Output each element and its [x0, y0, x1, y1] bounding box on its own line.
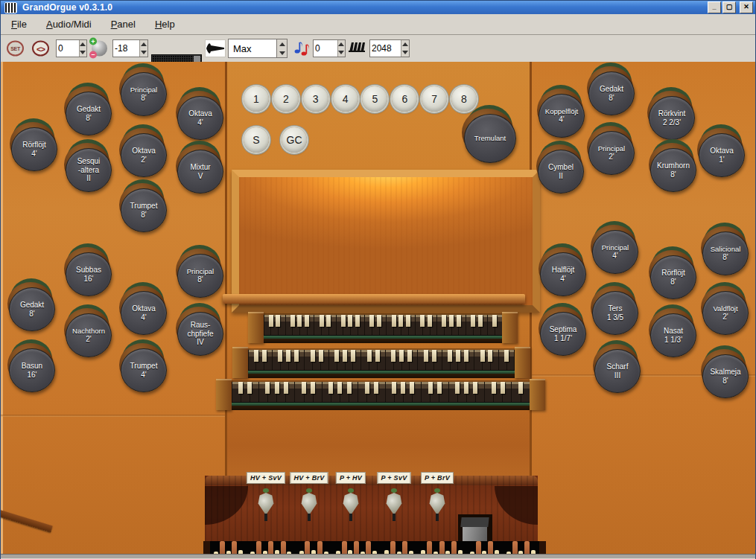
manual-sharp-key[interactable]	[407, 350, 412, 362]
manual-sharp-key[interactable]	[478, 315, 483, 327]
piston-7[interactable]: 7	[422, 86, 447, 112]
manual-sharp-key[interactable]	[492, 382, 496, 394]
manual-sharp-key[interactable]	[351, 350, 355, 362]
manual-sharp-key[interactable]	[442, 315, 446, 327]
manual-sharp-key[interactable]	[275, 382, 279, 394]
piston-3[interactable]: 3	[303, 86, 328, 112]
manual-sharp-key[interactable]	[398, 315, 403, 327]
stop-knob-principal-8[interactable]: Principal8'	[119, 70, 168, 118]
stop-knob-principal-4[interactable]: Principal4'	[591, 228, 640, 275]
manual-sharp-key[interactable]	[449, 315, 454, 327]
stop-knob-rauschpfiefe[interactable]: Raus-chpfiefeIV	[176, 310, 225, 357]
manual-sharp-key[interactable]	[290, 315, 295, 327]
pedal-sharp-key[interactable]	[402, 541, 407, 554]
stop-knob-nasat[interactable]: Nasat1 1/3'	[649, 311, 698, 359]
manual-sharp-key[interactable]	[278, 350, 282, 362]
transpose-icon[interactable]: <>	[32, 41, 49, 57]
manual-sharp-key[interactable]	[391, 350, 396, 362]
manual-sharp-key[interactable]	[471, 315, 475, 327]
manual-sharp-key[interactable]	[448, 350, 452, 362]
manual-sharp-key[interactable]	[254, 350, 258, 362]
manual-sharp-key[interactable]	[347, 382, 352, 394]
stop-knob-trumpet-8[interactable]: Trumpet8'	[119, 186, 168, 234]
transpose-spinner[interactable]	[313, 39, 346, 57]
audio-mode-combo[interactable]: Max	[228, 39, 288, 58]
manual-sharp-key[interactable]	[424, 350, 428, 362]
manual-sharp-key[interactable]	[375, 350, 380, 362]
manual-sharp-key[interactable]	[247, 382, 252, 394]
memory-input[interactable]	[57, 40, 79, 57]
manual-sharp-key[interactable]	[319, 350, 323, 362]
manual-sharp-key[interactable]	[320, 315, 324, 327]
manual-sharp-key[interactable]	[302, 382, 306, 394]
stop-knob-cymbel-ii[interactable]: CymbelII	[536, 147, 585, 195]
manual-sharp-key[interactable]	[457, 315, 461, 327]
manual-sharp-key[interactable]	[501, 382, 505, 394]
manual-sharp-key[interactable]	[367, 350, 372, 362]
manual-sharp-key[interactable]	[464, 382, 468, 394]
transpose-input[interactable]	[314, 40, 337, 57]
pedal-sharp-key[interactable]	[354, 541, 359, 554]
stop-knob-basun-16[interactable]: Basun16'	[7, 346, 57, 394]
pedal-sharp-key[interactable]	[317, 541, 323, 554]
stop-knob-principal-8-p[interactable]: Principal8'	[176, 252, 225, 299]
manual-sharp-key[interactable]	[334, 350, 339, 362]
memory-stepper[interactable]	[79, 40, 86, 57]
stop-knob-oktava-4[interactable]: Oktava4'	[176, 94, 225, 141]
stop-knob-rorflojt-8[interactable]: Rörflöjt8'	[649, 253, 698, 301]
volume-stepper[interactable]	[139, 40, 147, 57]
pedal-sharp-key[interactable]	[305, 541, 310, 554]
manual-sharp-key[interactable]	[492, 315, 497, 327]
manual-sharp-key[interactable]	[326, 315, 331, 327]
volume-spinner[interactable]	[112, 39, 148, 57]
pedal-sharp-key[interactable]	[524, 541, 530, 554]
manual-sharp-key[interactable]	[420, 315, 425, 327]
manual-sharp-key[interactable]	[518, 382, 523, 394]
audio-mode-stepper[interactable]	[276, 39, 287, 57]
pedal-sharp-key[interactable]	[220, 541, 225, 554]
memory-spinner[interactable]	[56, 39, 87, 57]
pedal-sharp-key[interactable]	[232, 541, 237, 554]
manual-sharp-key[interactable]	[238, 382, 243, 394]
stop-knob-rorflojt-4[interactable]: Rörflöjt4'	[10, 125, 59, 173]
polyphony-input[interactable]	[370, 40, 401, 57]
manual-sharp-key[interactable]	[377, 315, 381, 327]
stop-knob-principal-2[interactable]: Principal2'	[587, 129, 636, 176]
stop-knob-ters[interactable]: Ters1 3/5	[591, 289, 640, 336]
stop-knob-skalmeja-8[interactable]: Skalmeja8'	[701, 352, 750, 400]
manual-sharp-key[interactable]	[297, 315, 302, 327]
piston-1[interactable]: 1	[244, 86, 269, 112]
maximize-button[interactable]: ▢	[722, 1, 736, 13]
stop-knob-gedakt-8-sv[interactable]: Gedakt8'	[587, 69, 636, 117]
manual-sharp-key[interactable]	[392, 315, 396, 327]
manual-sharp-key[interactable]	[428, 382, 433, 394]
manual-sharp-key[interactable]	[455, 382, 460, 394]
manual-sharp-key[interactable]	[456, 350, 460, 362]
manual-sharp-key[interactable]	[369, 315, 374, 327]
pedal-sharp-key[interactable]	[451, 541, 457, 554]
manual-sharp-key[interactable]	[406, 315, 410, 327]
manual-sharp-key[interactable]	[410, 382, 414, 394]
manual-sharp-key[interactable]	[348, 315, 352, 327]
manual-sharp-key[interactable]	[284, 382, 288, 394]
stop-knob-salicional-8[interactable]: Salicional8'	[701, 229, 750, 277]
manual-sharp-key[interactable]	[337, 382, 342, 394]
polyphony-stepper[interactable]	[401, 40, 409, 57]
stop-knob-gedakt-8[interactable]: Gedakt8'	[64, 89, 113, 137]
manual-sharp-key[interactable]	[428, 315, 432, 327]
pedal-sharp-key[interactable]	[366, 541, 371, 554]
pedal-sharp-key[interactable]	[427, 541, 432, 554]
stop-knob-tremulant[interactable]: Tremulant	[462, 112, 518, 164]
menu-help[interactable]: Help	[155, 19, 175, 30]
stop-knob-scharf-iii[interactable]: ScharfIII	[593, 347, 642, 395]
pedal-sharp-key[interactable]	[439, 541, 445, 554]
manual-sharp-key[interactable]	[488, 350, 492, 362]
manual-sharp-key[interactable]	[437, 382, 442, 394]
piston-2[interactable]: 2	[273, 86, 299, 112]
manual-sharp-key[interactable]	[365, 382, 369, 394]
manual-sharp-key[interactable]	[464, 350, 468, 362]
stop-knob-halflojt-4[interactable]: Halflöjt4'	[539, 250, 588, 298]
polyphony-spinner[interactable]	[369, 39, 410, 57]
pedal-sharp-key[interactable]	[256, 541, 261, 554]
manual-sharp-key[interactable]	[432, 350, 436, 362]
